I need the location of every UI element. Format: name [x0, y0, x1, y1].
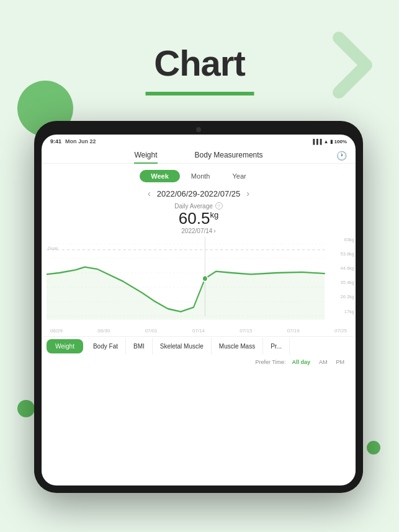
chart-y-labels: 63kg 53.8kg 44.6kg 35.4kg 26.2kg 17kg: [340, 237, 356, 314]
period-year[interactable]: Year: [221, 170, 257, 182]
wifi-icon: ▲: [323, 139, 328, 144]
battery-icon: ▮ 100%: [330, 139, 347, 144]
device-frame: 9:41 Mon Jun 22 ▐▐▐ ▲ ▮ 100% Weight Body…: [34, 121, 363, 493]
x-label-2: 06/30: [97, 328, 110, 334]
period-selector: Week Month Year: [137, 170, 261, 182]
chart-x-labels: 06/29 06/30 07/01 07/14 07/15 07/19 07/2…: [42, 327, 356, 334]
nav-tabs: Weight Body Measurements: [42, 146, 356, 164]
status-bar: 9:41 Mon Jun 22 ▐▐▐ ▲ ▮ 100%: [42, 135, 356, 146]
prefer-time-row: Prefer Time: All day AM PM: [42, 356, 356, 370]
y-label-4: 35.4kg: [340, 280, 354, 285]
stats-value: 60.5kg: [42, 210, 356, 228]
period-week[interactable]: Week: [140, 170, 180, 182]
metric-body-fat[interactable]: Body Fat: [86, 338, 126, 355]
x-label-3: 07/01: [145, 328, 158, 334]
stats-date-arrow[interactable]: ›: [213, 228, 215, 234]
date-range: ‹ 2022/06/29-2022/07/25 ›: [42, 188, 356, 198]
metric-muscle-mass[interactable]: Muscle Mass: [212, 338, 263, 355]
tab-weight[interactable]: Weight: [134, 148, 157, 163]
page-title: Chart: [0, 42, 399, 84]
metric-skeletal-muscle[interactable]: Skeletal Muscle: [153, 338, 212, 355]
y-label-1: 63kg: [344, 237, 354, 242]
x-label-6: 07/19: [287, 328, 300, 334]
y-label-5: 26.2kg: [340, 294, 354, 299]
goal-label: Goal: [48, 246, 58, 251]
prev-date-arrow[interactable]: ‹: [148, 188, 151, 198]
y-label-6: 17kg: [344, 309, 354, 314]
x-label-1: 06/29: [50, 328, 63, 334]
tab-body-measurements[interactable]: Body Measurements: [195, 148, 263, 163]
chart-svg: [47, 237, 347, 327]
svg-point-8: [202, 275, 207, 281]
x-label-5: 07/15: [240, 328, 252, 334]
info-icon[interactable]: ?: [215, 202, 223, 210]
metric-prefer[interactable]: Pr...: [263, 338, 290, 355]
title-underline: [145, 92, 254, 95]
signal-icon: ▐▐▐: [311, 139, 321, 144]
y-label-3: 44.6kg: [340, 265, 354, 271]
metric-weight[interactable]: Weight: [47, 339, 83, 353]
prefer-time-pm[interactable]: PM: [334, 358, 347, 366]
date-range-label: 2022/06/29-2022/07/25: [157, 189, 240, 198]
bg-circle-small-left: [17, 400, 35, 417]
next-date-arrow[interactable]: ›: [246, 188, 249, 198]
status-date: Mon Jun 22: [65, 138, 96, 144]
metric-tabs-row: Weight Body Fat BMI Skeletal Muscle Musc…: [42, 334, 356, 356]
stats-section: Daily Average ? 60.5kg 2022/07/14 ›: [42, 202, 356, 234]
history-icon[interactable]: 🕐: [336, 151, 347, 161]
period-month[interactable]: Month: [180, 170, 222, 182]
stats-date[interactable]: 2022/07/14 ›: [42, 228, 356, 234]
y-label-2: 53.8kg: [340, 251, 354, 257]
prefer-time-label: Prefer Time:: [255, 359, 285, 365]
bg-circle-small-right: [367, 441, 380, 454]
chart-container: Goal 63kg 53.8kg 44.6kg 35.4kg 26.2kg 17…: [42, 237, 356, 327]
status-time: 9:41: [50, 138, 61, 144]
prefer-time-am[interactable]: AM: [316, 358, 330, 366]
device-camera: [196, 127, 201, 132]
metric-bmi[interactable]: BMI: [126, 338, 153, 355]
metric-tabs: Weight Body Fat BMI Skeletal Muscle Musc…: [44, 336, 353, 356]
x-label-7: 07/25: [334, 328, 347, 334]
device-screen: 9:41 Mon Jun 22 ▐▐▐ ▲ ▮ 100% Weight Body…: [42, 135, 356, 485]
prefer-time-allday[interactable]: All day: [289, 358, 313, 366]
x-label-4: 07/14: [192, 328, 205, 334]
status-icons: ▐▐▐ ▲ ▮ 100%: [311, 139, 347, 144]
